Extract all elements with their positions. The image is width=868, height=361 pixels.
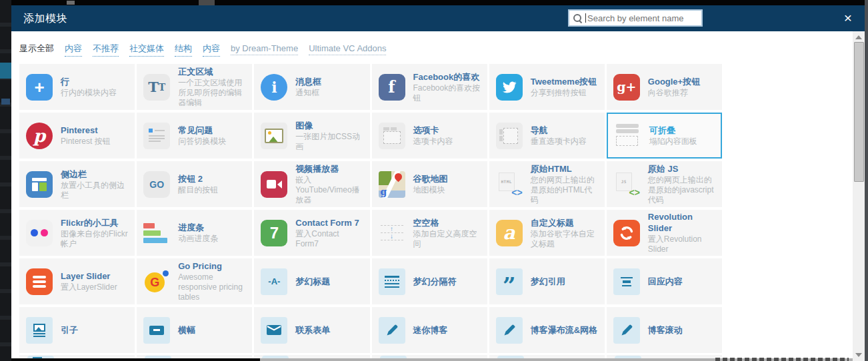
admin-sidebar-edge	[0, 0, 11, 361]
tabs-icon	[379, 123, 405, 149]
element-card[interactable]: i消息框通知框	[254, 64, 369, 110]
message-info-icon: i	[261, 74, 287, 101]
element-card[interactable]: 引子	[19, 307, 135, 353]
element-card[interactable]: Layer Slider置入LayerSlider	[19, 258, 135, 304]
progress-bar-icon	[143, 220, 170, 246]
scroll-up-arrow-icon[interactable]	[855, 35, 862, 39]
filter-item-3[interactable]: 社交媒体	[129, 43, 164, 57]
element-card[interactable]: 视频播放器嵌入YouTube/Vimeo播放器	[254, 161, 369, 207]
element-card[interactable]: 梦幻分隔符	[372, 258, 487, 304]
element-title: 按钮 2	[178, 173, 245, 184]
element-desc: 嵌入YouTube/Vimeo播放器	[295, 175, 363, 205]
filter-item-6[interactable]: by Dream-Theme	[231, 43, 298, 55]
element-title: 可折叠	[649, 125, 714, 136]
element-card[interactable]: pPinterestPinterest 按钮	[19, 113, 135, 159]
window-right-edge	[865, 0, 868, 361]
element-title: 侧边栏	[61, 169, 128, 180]
faq-icon	[143, 123, 170, 149]
element-card[interactable]: 7Contact Form 7置入Contact Form7	[254, 210, 369, 256]
element-title: Revolution Slider	[648, 211, 715, 234]
element-title: 图像	[295, 120, 363, 131]
element-title: Layer Slider	[61, 270, 128, 282]
element-title: 原始HTML	[531, 163, 598, 175]
filter-item-1[interactable]: 内容	[65, 43, 82, 57]
video-player-icon	[261, 171, 287, 198]
filter-item-7[interactable]: Ultimate VC Addons	[309, 43, 386, 55]
element-card[interactable]: Flickr的小工具图像来自你的Flickr帐户	[19, 210, 135, 256]
element-card[interactable]: GO按钮 2醒目的按钮	[137, 161, 252, 207]
element-card[interactable]: ”梦幻引用	[489, 258, 605, 304]
element-desc: 您的网页上输出的是原始的HTML代码	[531, 175, 598, 205]
element-title: 横幅	[178, 324, 245, 336]
element-title: Tweetmeme按钮	[531, 76, 598, 87]
scroll-down-arrow-icon[interactable]	[855, 353, 862, 357]
element-title: 自定义标题	[531, 217, 598, 228]
modal-title: 添加模块	[23, 5, 67, 31]
layer-slider-icon	[26, 268, 53, 295]
filter-item-0[interactable]: 显示全部	[19, 43, 54, 56]
element-title: 梦幻引用	[531, 276, 598, 287]
element-card[interactable]: JS <>原始 JS您的网页上输出的是原始的javascript代码	[607, 161, 722, 207]
element-card[interactable]: fFacebook的喜欢Facebook的喜欢按钮	[372, 64, 487, 110]
browser-top-strip	[0, 0, 868, 5]
contact-form-envelope-icon	[261, 317, 287, 344]
element-desc: 行内的模块内容	[61, 88, 128, 98]
element-card[interactable]: ↑ ↓ 空空格添加自定义高度空间	[372, 210, 487, 256]
element-desc: 放置小工具的侧边栏	[61, 180, 128, 200]
horizontal-scrollbar-thumb[interactable]	[11, 358, 260, 361]
filter-item-4[interactable]: 结构	[175, 43, 192, 57]
element-title: 原始 JS	[648, 163, 715, 175]
element-card[interactable]: g+Google+按钮向谷歌推荐	[607, 64, 722, 110]
element-card[interactable]: -A-梦幻标题	[254, 258, 369, 304]
element-desc: 动画进度条	[178, 234, 245, 244]
element-card[interactable]: g谷歌地图地图模块	[372, 161, 487, 207]
element-card[interactable]: 图像一张图片加CSS动画	[254, 113, 369, 159]
search-box[interactable]	[568, 9, 703, 27]
element-card[interactable]: 迷你博客	[372, 307, 487, 353]
element-card[interactable]: 博客滚动	[607, 307, 722, 353]
element-title: 消息框	[295, 76, 363, 87]
search-input[interactable]	[587, 13, 697, 23]
element-card[interactable]: 选项卡选项卡内容	[372, 113, 487, 159]
element-card[interactable]: 导航垂直选项卡内容	[489, 113, 605, 159]
element-title: Flickr的小工具	[61, 217, 128, 228]
element-desc: Awesome responsive pricing tables	[178, 272, 245, 302]
element-card[interactable]: +行行内的模块内容	[19, 64, 135, 110]
vertical-scrollbar-thumb[interactable]	[854, 42, 864, 182]
element-card[interactable]: Revolution Slider置入Revolution Slider	[607, 210, 722, 256]
element-title: Pinterest	[61, 125, 128, 136]
element-desc: 添加自定义高度空间	[413, 229, 481, 249]
vertical-scrollbar[interactable]	[853, 31, 865, 361]
element-title: 选项卡	[413, 125, 481, 136]
element-card[interactable]: 博客瀑布流&网格	[489, 307, 605, 353]
banner-icon	[143, 317, 170, 344]
element-title: 导航	[531, 125, 598, 136]
element-desc: 塌陷内容面板	[649, 137, 714, 147]
element-card[interactable]: TT正文区域一个正文区域使用所见即所得的编辑器编辑	[137, 64, 252, 110]
element-card[interactable]: G Go PricingAwesome responsive pricing t…	[137, 258, 252, 304]
element-card[interactable]: 可折叠塌陷内容面板	[607, 113, 722, 159]
filter-item-5[interactable]: 内容	[203, 43, 220, 57]
element-desc: 添加谷歌字体自定义标题	[531, 229, 598, 249]
element-title: 谷歌地图	[413, 173, 481, 184]
element-card[interactable]: 侧边栏放置小工具的侧边栏	[19, 161, 135, 207]
element-title: 行	[61, 76, 128, 87]
element-desc: 一个正文区域使用所见即所得的编辑器编辑	[178, 78, 245, 108]
element-card[interactable]: 回应内容	[607, 258, 722, 304]
responsive-content-icon	[613, 268, 640, 295]
element-card[interactable]: 联系表单	[254, 307, 369, 353]
filter-item-2[interactable]: 不推荐	[93, 43, 119, 57]
element-card[interactable]: 进度条动画进度条	[137, 210, 252, 256]
element-desc: 地图模块	[413, 185, 481, 195]
search-icon	[573, 14, 582, 23]
element-title: 梦幻标题	[295, 276, 363, 287]
admin-sidebar-active-item	[0, 63, 11, 79]
element-card[interactable]: 横幅	[137, 307, 252, 353]
element-card[interactable]: 常见问题问答切换模块	[137, 113, 252, 159]
element-card[interactable]: a自定义标题添加谷歌字体自定义标题	[489, 210, 605, 256]
text-caret	[585, 13, 586, 23]
element-card[interactable]: HTML <>原始HTML您的网页上输出的是原始的HTML代码	[489, 161, 605, 207]
close-icon[interactable]: ×	[844, 11, 852, 25]
revolution-slider-icon	[613, 220, 640, 246]
element-card[interactable]: Tweetmeme按钮分享到推特按钮	[489, 64, 605, 110]
